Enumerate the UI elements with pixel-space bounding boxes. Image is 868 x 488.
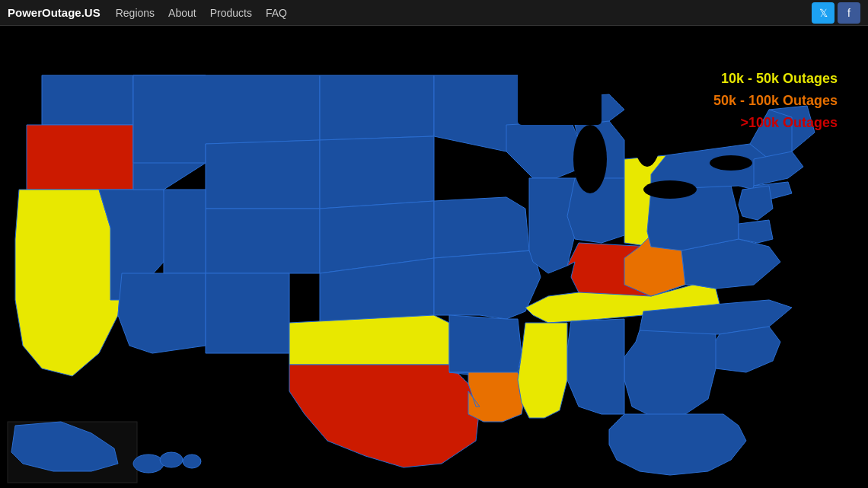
- state-mo[interactable]: [434, 250, 541, 319]
- state-ar[interactable]: [449, 315, 522, 376]
- nav-about[interactable]: About: [168, 7, 196, 19]
- state-nm[interactable]: [206, 273, 289, 353]
- state-co[interactable]: [206, 209, 320, 273]
- twitter-icon[interactable]: 𝕏: [812, 2, 834, 24]
- state-hi-2[interactable]: [160, 452, 183, 467]
- nav-faq[interactable]: FAQ: [266, 7, 287, 19]
- navbar: PowerOutage.US Regions About Products FA…: [0, 0, 868, 26]
- lake-huron: [633, 106, 661, 167]
- state-hi[interactable]: [133, 455, 164, 473]
- state-ms[interactable]: [518, 323, 567, 418]
- map-container: 10k - 50k Outages 50k - 100k Outages >10…: [0, 26, 868, 488]
- facebook-icon[interactable]: f: [838, 2, 860, 24]
- state-al[interactable]: [567, 319, 624, 414]
- state-ut[interactable]: [164, 190, 206, 273]
- state-de-md[interactable]: [739, 220, 773, 243]
- state-nd[interactable]: [320, 75, 434, 140]
- state-sd[interactable]: [320, 136, 434, 209]
- state-az[interactable]: [118, 273, 206, 353]
- state-or[interactable]: [27, 125, 133, 190]
- nav-products[interactable]: Products: [210, 7, 252, 19]
- state-ia[interactable]: [434, 197, 529, 258]
- state-ok[interactable]: [289, 315, 449, 365]
- us-map[interactable]: [0, 26, 868, 488]
- nav-regions[interactable]: Regions: [116, 7, 155, 19]
- state-hi-3[interactable]: [183, 455, 201, 468]
- lake-erie: [643, 180, 697, 199]
- state-wa[interactable]: [42, 75, 133, 125]
- state-wy[interactable]: [206, 140, 320, 209]
- lake-michigan: [573, 125, 607, 193]
- lake-ontario: [710, 155, 752, 171]
- site-brand[interactable]: PowerOutage.US: [8, 6, 101, 19]
- lake-superior: [518, 72, 602, 125]
